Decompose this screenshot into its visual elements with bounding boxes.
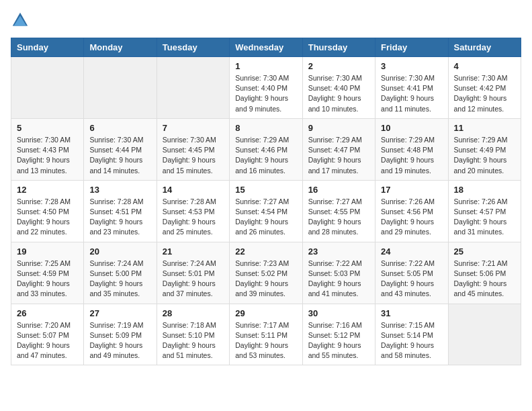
- day-number: 16: [308, 185, 369, 195]
- day-number: 13: [89, 185, 150, 195]
- calendar-cell: 3Sunrise: 7:30 AM Sunset: 4:41 PM Daylig…: [375, 57, 448, 119]
- day-number: 9: [308, 123, 369, 133]
- day-info: Sunrise: 7:24 AM Sunset: 5:00 PM Dayligh…: [89, 259, 150, 300]
- column-header-thursday: Thursday: [302, 38, 375, 57]
- day-number: 20: [89, 246, 150, 257]
- column-header-wednesday: Wednesday: [230, 38, 302, 57]
- calendar-cell: 13Sunrise: 7:28 AM Sunset: 4:51 PM Dayli…: [84, 180, 157, 242]
- calendar-cell: 25Sunrise: 7:21 AM Sunset: 5:06 PM Dayli…: [448, 242, 521, 304]
- calendar-cell: 11Sunrise: 7:29 AM Sunset: 4:49 PM Dayli…: [448, 118, 521, 180]
- calendar-cell: 22Sunrise: 7:23 AM Sunset: 5:02 PM Dayli…: [230, 242, 302, 304]
- day-number: 3: [381, 61, 442, 71]
- calendar-cell: 6Sunrise: 7:30 AM Sunset: 4:44 PM Daylig…: [84, 118, 157, 180]
- column-header-friday: Friday: [375, 38, 448, 57]
- logo-icon: [11, 11, 30, 30]
- day-info: Sunrise: 7:28 AM Sunset: 4:53 PM Dayligh…: [163, 197, 224, 238]
- day-info: Sunrise: 7:22 AM Sunset: 5:05 PM Dayligh…: [381, 259, 442, 300]
- calendar-cell: [157, 57, 229, 119]
- calendar-table: SundayMondayTuesdayWednesdayThursdayFrid…: [11, 38, 521, 365]
- calendar-cell: [84, 57, 157, 119]
- day-number: 24: [381, 246, 442, 257]
- calendar-cell: 24Sunrise: 7:22 AM Sunset: 5:05 PM Dayli…: [375, 242, 448, 304]
- day-info: Sunrise: 7:27 AM Sunset: 4:54 PM Dayligh…: [235, 197, 296, 238]
- day-info: Sunrise: 7:24 AM Sunset: 5:01 PM Dayligh…: [163, 259, 224, 300]
- day-number: 6: [89, 123, 150, 133]
- column-header-saturday: Saturday: [448, 38, 521, 57]
- day-info: Sunrise: 7:21 AM Sunset: 5:06 PM Dayligh…: [454, 259, 515, 300]
- day-number: 11: [454, 123, 515, 133]
- calendar-cell: 19Sunrise: 7:25 AM Sunset: 4:59 PM Dayli…: [11, 242, 84, 304]
- calendar-cell: 7Sunrise: 7:30 AM Sunset: 4:45 PM Daylig…: [157, 118, 229, 180]
- calendar-cell: 10Sunrise: 7:29 AM Sunset: 4:48 PM Dayli…: [375, 118, 448, 180]
- day-number: 4: [454, 61, 515, 71]
- column-header-tuesday: Tuesday: [157, 38, 229, 57]
- day-number: 31: [381, 308, 442, 318]
- column-header-monday: Monday: [84, 38, 157, 57]
- day-info: Sunrise: 7:30 AM Sunset: 4:40 PM Dayligh…: [308, 73, 369, 114]
- day-info: Sunrise: 7:26 AM Sunset: 4:56 PM Dayligh…: [381, 197, 442, 238]
- calendar-cell: 1Sunrise: 7:30 AM Sunset: 4:40 PM Daylig…: [230, 57, 302, 119]
- day-number: 21: [163, 246, 224, 257]
- day-number: 5: [17, 123, 78, 133]
- day-number: 8: [235, 123, 296, 133]
- day-info: Sunrise: 7:22 AM Sunset: 5:03 PM Dayligh…: [308, 259, 369, 300]
- day-number: 17: [381, 185, 442, 195]
- day-number: 19: [17, 246, 78, 257]
- calendar-cell: 20Sunrise: 7:24 AM Sunset: 5:00 PM Dayli…: [84, 242, 157, 304]
- day-info: Sunrise: 7:30 AM Sunset: 4:45 PM Dayligh…: [163, 135, 224, 176]
- day-info: Sunrise: 7:15 AM Sunset: 5:14 PM Dayligh…: [381, 320, 442, 361]
- day-number: 1: [235, 61, 296, 71]
- day-number: 14: [163, 185, 224, 195]
- calendar-cell: 17Sunrise: 7:26 AM Sunset: 4:56 PM Dayli…: [375, 180, 448, 242]
- day-number: 7: [163, 123, 224, 133]
- page-header: [11, 11, 521, 30]
- calendar-week-row: 12Sunrise: 7:28 AM Sunset: 4:50 PM Dayli…: [11, 180, 521, 242]
- calendar-cell: 30Sunrise: 7:16 AM Sunset: 5:12 PM Dayli…: [302, 304, 375, 365]
- calendar-week-row: 1Sunrise: 7:30 AM Sunset: 4:40 PM Daylig…: [11, 57, 521, 119]
- day-info: Sunrise: 7:29 AM Sunset: 4:47 PM Dayligh…: [308, 135, 369, 176]
- day-info: Sunrise: 7:28 AM Sunset: 4:51 PM Dayligh…: [89, 197, 150, 238]
- day-number: 27: [89, 308, 150, 318]
- day-number: 22: [235, 246, 296, 257]
- column-header-sunday: Sunday: [11, 38, 84, 57]
- day-number: 26: [17, 308, 78, 318]
- calendar-cell: 28Sunrise: 7:18 AM Sunset: 5:10 PM Dayli…: [157, 304, 229, 365]
- calendar-cell: 5Sunrise: 7:30 AM Sunset: 4:43 PM Daylig…: [11, 118, 84, 180]
- calendar-cell: 9Sunrise: 7:29 AM Sunset: 4:47 PM Daylig…: [302, 118, 375, 180]
- day-info: Sunrise: 7:29 AM Sunset: 4:49 PM Dayligh…: [454, 135, 515, 176]
- calendar-cell: 31Sunrise: 7:15 AM Sunset: 5:14 PM Dayli…: [375, 304, 448, 365]
- calendar-week-row: 5Sunrise: 7:30 AM Sunset: 4:43 PM Daylig…: [11, 118, 521, 180]
- day-number: 28: [163, 308, 224, 318]
- day-info: Sunrise: 7:30 AM Sunset: 4:43 PM Dayligh…: [17, 135, 78, 176]
- day-info: Sunrise: 7:29 AM Sunset: 4:46 PM Dayligh…: [235, 135, 296, 176]
- calendar-cell: 4Sunrise: 7:30 AM Sunset: 4:42 PM Daylig…: [448, 57, 521, 119]
- day-number: 12: [17, 185, 78, 195]
- day-info: Sunrise: 7:28 AM Sunset: 4:50 PM Dayligh…: [17, 197, 78, 238]
- day-info: Sunrise: 7:30 AM Sunset: 4:40 PM Dayligh…: [235, 73, 296, 114]
- day-info: Sunrise: 7:19 AM Sunset: 5:09 PM Dayligh…: [89, 320, 150, 361]
- calendar-cell: 23Sunrise: 7:22 AM Sunset: 5:03 PM Dayli…: [302, 242, 375, 304]
- day-info: Sunrise: 7:30 AM Sunset: 4:41 PM Dayligh…: [381, 73, 442, 114]
- calendar-cell: 29Sunrise: 7:17 AM Sunset: 5:11 PM Dayli…: [230, 304, 302, 365]
- day-info: Sunrise: 7:30 AM Sunset: 4:42 PM Dayligh…: [454, 73, 515, 114]
- calendar-cell: 18Sunrise: 7:26 AM Sunset: 4:57 PM Dayli…: [448, 180, 521, 242]
- calendar-cell: 26Sunrise: 7:20 AM Sunset: 5:07 PM Dayli…: [11, 304, 84, 365]
- day-info: Sunrise: 7:27 AM Sunset: 4:55 PM Dayligh…: [308, 197, 369, 238]
- calendar-cell: 12Sunrise: 7:28 AM Sunset: 4:50 PM Dayli…: [11, 180, 84, 242]
- calendar-cell: 21Sunrise: 7:24 AM Sunset: 5:01 PM Dayli…: [157, 242, 229, 304]
- day-number: 15: [235, 185, 296, 195]
- calendar-cell: 8Sunrise: 7:29 AM Sunset: 4:46 PM Daylig…: [230, 118, 302, 180]
- day-info: Sunrise: 7:23 AM Sunset: 5:02 PM Dayligh…: [235, 259, 296, 300]
- day-info: Sunrise: 7:18 AM Sunset: 5:10 PM Dayligh…: [163, 320, 224, 361]
- day-number: 23: [308, 246, 369, 257]
- calendar-cell: 16Sunrise: 7:27 AM Sunset: 4:55 PM Dayli…: [302, 180, 375, 242]
- calendar-cell: [11, 57, 84, 119]
- calendar-cell: [448, 304, 521, 365]
- calendar-week-row: 26Sunrise: 7:20 AM Sunset: 5:07 PM Dayli…: [11, 304, 521, 365]
- day-number: 25: [454, 246, 515, 257]
- calendar-cell: 27Sunrise: 7:19 AM Sunset: 5:09 PM Dayli…: [84, 304, 157, 365]
- calendar-cell: 15Sunrise: 7:27 AM Sunset: 4:54 PM Dayli…: [230, 180, 302, 242]
- calendar-header-row: SundayMondayTuesdayWednesdayThursdayFrid…: [11, 38, 521, 57]
- day-info: Sunrise: 7:26 AM Sunset: 4:57 PM Dayligh…: [454, 197, 515, 238]
- calendar-week-row: 19Sunrise: 7:25 AM Sunset: 4:59 PM Dayli…: [11, 242, 521, 304]
